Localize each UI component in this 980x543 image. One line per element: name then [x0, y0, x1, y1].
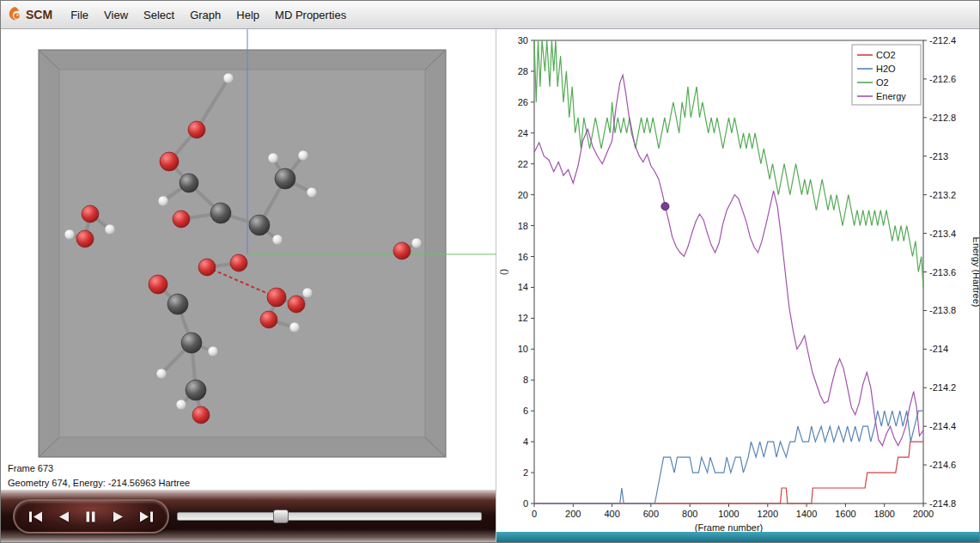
- x-tick-label: 0: [532, 509, 537, 519]
- atom-H[interactable]: [289, 322, 300, 333]
- scm-logo-text: SCM: [26, 8, 52, 21]
- atom-H[interactable]: [307, 187, 317, 198]
- y-right-tick-label: -214.8: [929, 498, 956, 509]
- window-edge-strip: [496, 532, 980, 543]
- x-tick-label: 1000: [718, 509, 739, 519]
- atom-O[interactable]: [82, 205, 99, 223]
- y-left-tick-label: 12: [518, 313, 528, 323]
- main-content: Frame 673 Geometry 674, Energy: -214.569…: [1, 29, 979, 543]
- x-tick-label: 1400: [796, 509, 817, 519]
- atom-H[interactable]: [298, 150, 308, 161]
- y-left-tick-label: 26: [518, 97, 528, 107]
- atom-C[interactable]: [167, 294, 188, 314]
- menu-help[interactable]: Help: [228, 4, 267, 26]
- atom-O[interactable]: [76, 230, 94, 247]
- y-right-tick-label: -212.4: [929, 35, 956, 46]
- y-right-tick-label: -214.2: [929, 382, 956, 393]
- atom-O[interactable]: [230, 254, 247, 272]
- atom-C[interactable]: [275, 168, 295, 189]
- atom-H[interactable]: [223, 73, 234, 83]
- y-right-tick-label: -213: [929, 151, 948, 162]
- atom-H[interactable]: [268, 153, 278, 163]
- y-right-tick-label: -212.8: [929, 113, 956, 123]
- atom-H[interactable]: [64, 229, 75, 240]
- playback-bar: [1, 490, 496, 543]
- plot-area[interactable]: [534, 40, 923, 503]
- x-axis-title: (Frame number): [695, 522, 763, 532]
- y-right-axis-title: Energy (Hartree): [971, 237, 980, 308]
- menu-md-properties[interactable]: MD Properties: [267, 4, 354, 26]
- chart-pane: 0200400600800100012001400160018002000024…: [496, 29, 980, 543]
- menu-graph[interactable]: Graph: [182, 4, 228, 26]
- atom-O[interactable]: [192, 406, 210, 424]
- play-forward-icon: [113, 511, 125, 522]
- app-window: SCM File View Select Graph Help MD Prope…: [0, 0, 980, 543]
- y-left-tick-label: 28: [518, 66, 528, 76]
- x-tick-label: 1200: [758, 509, 778, 519]
- atom-O[interactable]: [149, 275, 167, 294]
- atom-C[interactable]: [210, 203, 231, 223]
- atom-O[interactable]: [267, 288, 286, 307]
- molecule-viewer-pane: Frame 673 Geometry 674, Energy: -214.569…: [1, 29, 496, 543]
- atom-C[interactable]: [181, 333, 202, 353]
- atom-H[interactable]: [302, 288, 313, 298]
- atom-O[interactable]: [173, 210, 190, 228]
- x-tick-label: 200: [565, 509, 581, 519]
- skip-to-end-button[interactable]: [135, 505, 159, 528]
- y-left-tick-label: 16: [518, 252, 528, 262]
- y-right-tick-label: -214.6: [929, 460, 956, 470]
- skip-to-start-button[interactable]: [23, 505, 47, 528]
- y-right-tick-label: -214.4: [929, 421, 956, 431]
- atom-O[interactable]: [288, 296, 305, 313]
- y-right-tick-label: -213.4: [929, 229, 956, 239]
- y-left-tick-label: 4: [523, 436, 528, 447]
- atom-C[interactable]: [186, 380, 206, 400]
- atom-H[interactable]: [208, 346, 218, 357]
- molecule-viewer[interactable]: [1, 29, 496, 459]
- y-left-tick-label: 18: [518, 221, 528, 231]
- skip-to-end-icon: [139, 511, 154, 522]
- atom-O[interactable]: [188, 121, 205, 138]
- menubar: SCM File View Select Graph Help MD Prope…: [1, 1, 979, 29]
- x-tick-label: 1800: [873, 509, 894, 519]
- atom-O[interactable]: [160, 152, 179, 171]
- skip-to-start-icon: [28, 511, 43, 522]
- frame-slider-track[interactable]: [177, 512, 482, 521]
- menu-select[interactable]: Select: [136, 4, 182, 26]
- play-backward-icon: [58, 511, 70, 522]
- atom-H[interactable]: [272, 235, 283, 245]
- frame-status: Frame 673: [8, 461, 489, 476]
- frame-slider-handle[interactable]: [273, 509, 289, 523]
- x-tick-label: 600: [643, 509, 659, 519]
- y-left-tick-label: 22: [518, 159, 528, 169]
- scm-logo-icon: [6, 6, 23, 23]
- atom-O[interactable]: [393, 242, 411, 259]
- menu-file[interactable]: File: [63, 4, 96, 26]
- geometry-energy-status: Geometry 674, Energy: -214.56963 Hartree: [8, 476, 489, 491]
- current-frame-marker[interactable]: [661, 203, 669, 210]
- md-properties-chart[interactable]: 0200400600800100012001400160018002000024…: [496, 29, 980, 532]
- atom-H[interactable]: [105, 224, 115, 235]
- atom-O[interactable]: [198, 259, 216, 276]
- y-left-tick-label: 0: [523, 498, 528, 509]
- y-left-tick-label: 8: [523, 375, 528, 385]
- playback-controls: [13, 499, 169, 534]
- molecule-scene[interactable]: [1, 29, 496, 459]
- atom-C[interactable]: [180, 174, 198, 192]
- x-tick-label: 800: [682, 509, 697, 519]
- y-right-tick-label: -214: [929, 344, 948, 354]
- scm-logo[interactable]: SCM: [6, 6, 52, 23]
- atom-C[interactable]: [249, 215, 270, 235]
- atom-H[interactable]: [176, 400, 186, 410]
- atom-H[interactable]: [411, 238, 422, 248]
- y-left-tick-label: 14: [518, 282, 528, 292]
- atom-H[interactable]: [156, 369, 167, 379]
- atom-O[interactable]: [260, 311, 277, 328]
- play-backward-button[interactable]: [52, 505, 76, 528]
- play-forward-button[interactable]: [107, 505, 131, 528]
- menu-view[interactable]: View: [96, 4, 136, 26]
- y-left-tick-label: 2: [523, 467, 528, 478]
- status-area: Frame 673 Geometry 674, Energy: -214.569…: [1, 459, 496, 490]
- atom-H[interactable]: [158, 196, 168, 206]
- pause-button[interactable]: [79, 505, 103, 528]
